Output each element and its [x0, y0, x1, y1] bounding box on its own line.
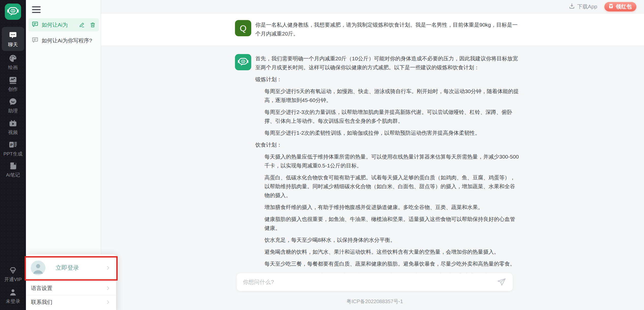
assistant-bubble-icon [2, 97, 24, 106]
language-settings-label: 语言设置 [31, 285, 105, 292]
rail-item-label: 助理 [2, 108, 24, 114]
red-envelope-icon: ¥ [608, 3, 614, 10]
message-composer [237, 273, 513, 291]
login-now-row[interactable]: 立即登录 [26, 254, 116, 281]
exercise-plan-title: 锻炼计划： [255, 75, 520, 84]
chat-history-icon [32, 37, 39, 45]
rail-item-label: 绘画 [2, 64, 24, 71]
exercise-item: 每周至少进行5天的有氧运动，如慢跑、快走、游泳或骑自行车。刚开始时，每次运动30… [255, 87, 520, 105]
account-popup: 立即登录 语言设置 联系我们 [26, 254, 116, 310]
rail-item-label: 未登录 [2, 298, 24, 305]
red-packet-label: 领红包 [616, 3, 632, 10]
download-app-label: 下载App [577, 3, 597, 10]
chat-history-icon [32, 21, 39, 29]
rail-item-notes[interactable]: Ai笔记 [2, 161, 24, 178]
svg-text:P: P [10, 143, 13, 147]
rail-item-ppt[interactable]: P PPT生成 [2, 140, 24, 157]
history-item-active[interactable]: 如何让Ai为 [28, 18, 99, 31]
message-input[interactable] [243, 279, 496, 285]
person-icon [2, 288, 24, 297]
rail-item-assistant[interactable]: 助理 [2, 97, 24, 114]
send-paper-plane-icon[interactable] [496, 277, 507, 287]
diet-item: 每天至少吃三餐，每餐都要有蛋白质、蔬菜和健康的脂肪。避免暴饮暴食，尽量少吃外卖和… [255, 259, 520, 268]
history-item[interactable]: 如何让Ai为你写程序? [28, 34, 99, 47]
delete-trash-icon[interactable] [90, 22, 96, 28]
rail-item-creation[interactable]: 创作 [2, 76, 24, 93]
history-list: 如何让Ai为 如何让Ai为你写程序? [28, 18, 99, 50]
app-logo[interactable]: Ai [5, 4, 21, 20]
diet-item: 每天摄入的热量应低于维持体重所需的热量。可以使用在线热量计算器来估算每天所需热量… [255, 152, 520, 170]
chevron-right-icon [105, 286, 111, 291]
question-row: Q 你是一名私人健身教练，我想要减肥，请为我制定锻炼和饮食计划。我是一名男性，目… [101, 13, 644, 46]
exercise-item: 每周至少进行1-2次的柔韧性训练，如瑜伽或拉伸，以帮助预防运动伤害并提高身体柔韧… [255, 128, 520, 137]
icp-footer: 粤ICP备2022088357号-1 [237, 298, 513, 305]
rail-item-label: 开通VIP [2, 276, 24, 283]
diet-item: 增加膳食纤维的摄入，有助于维持饱腹感并促进肠道健康。多吃全谷物、豆类、蔬菜和水果… [255, 203, 520, 212]
chevron-right-icon [105, 265, 111, 270]
edit-pencil-icon[interactable] [79, 22, 85, 28]
language-settings-row[interactable]: 语言设置 [26, 281, 116, 295]
login-now-label: 立即登录 [56, 264, 105, 272]
svg-text:Ai: Ai [242, 60, 244, 63]
main-area: 下载App ¥ 领红包 Q 你是一名私人健身教练，我想要减肥，请为我制定锻炼和饮… [101, 0, 644, 310]
diet-item: 饮水充足，每天至少喝8杯水，以保持身体的水分平衡。 [255, 235, 520, 244]
main-header: 下载App ¥ 领红包 [101, 0, 644, 13]
exercise-item: 每周至少进行2-3次的力量训练，以帮助增加肌肉量并提高新陈代谢。可以尝试做哑铃、… [255, 108, 520, 125]
diet-item: 避免喝含糖的饮料，如汽水、果汁和运动饮料。这些饮料含有大量的空热量，会增加你的热… [255, 247, 520, 256]
red-packet-button[interactable]: ¥ 领红包 [604, 2, 636, 11]
diet-item: 高蛋白、低碳水化合物饮食可能有助于减肥。试着每天摄入足够的蛋白质（如鸡肉、鱼、豆… [255, 173, 520, 200]
rail-item-chat[interactable]: 聊天 [2, 27, 24, 51]
question-avatar: Q [235, 20, 251, 36]
rail-item-label: PPT生成 [2, 151, 24, 157]
diet-plan-title: 饮食计划： [255, 140, 520, 149]
chat-bubble-dots-icon [2, 31, 24, 40]
diet-item: 健康脂肪的摄入也很重要，如鱼油、牛油果、橄榄油和坚果。适量摄入这些食物可以帮助保… [255, 215, 520, 232]
rail-item-drawing[interactable]: 绘画 [2, 54, 24, 71]
rail-item-video[interactable]: 视频 [2, 119, 24, 136]
history-item-label: 如何让Ai为 [42, 21, 74, 28]
line-chart-icon [2, 76, 24, 85]
answer-intro: 首先，我们需要明确一个月内减重20斤（10公斤）可能对你的身体造成不必要的压力，… [255, 54, 520, 72]
answer-text: 首先，我们需要明确一个月内减重20斤（10公斤）可能对你的身体造成不必要的压力，… [255, 54, 520, 277]
ppt-document-icon: P [2, 140, 24, 149]
answer-row: Ai 首先，我们需要明确一个月内减重20斤（10公斤）可能对你的身体造成不必要的… [101, 46, 644, 277]
download-icon [569, 3, 575, 11]
chevron-right-icon [105, 300, 111, 305]
svg-text:Ai: Ai [12, 10, 14, 12]
rail-item-label: Ai笔记 [2, 172, 24, 178]
history-item-label: 如何让Ai为你写程序? [42, 37, 96, 44]
question-avatar-letter: Q [240, 23, 246, 33]
video-tv-icon [2, 119, 24, 128]
ai-avatar: Ai [235, 54, 251, 70]
question-text: 你是一名私人健身教练，我想要减肥，请为我制定锻炼和饮食计划。我是一名男性，目前体… [255, 20, 520, 38]
rail-item-account[interactable]: 未登录 [2, 288, 24, 305]
ai-robot-avatar-icon: Ai [237, 56, 249, 69]
palette-icon [2, 54, 24, 63]
contact-us-label: 联系我们 [31, 299, 105, 306]
rail-item-label: 聊天 [2, 41, 24, 48]
rail-item-vip[interactable]: 开通VIP [2, 266, 24, 283]
rail-item-label: 视频 [2, 129, 24, 136]
vip-diamond-icon [2, 266, 24, 275]
download-app-link[interactable]: 下载App [569, 3, 597, 11]
notebook-icon [2, 161, 24, 170]
ai-robot-logo-icon: Ai [6, 5, 20, 19]
contact-us-row[interactable]: 联系我们 [26, 295, 116, 309]
rail-item-label: 创作 [2, 86, 24, 93]
default-avatar [31, 261, 45, 275]
app-rail: Ai 聊天 绘画 创作 助理 视频 P [0, 0, 26, 310]
hamburger-menu-icon[interactable] [32, 6, 41, 15]
